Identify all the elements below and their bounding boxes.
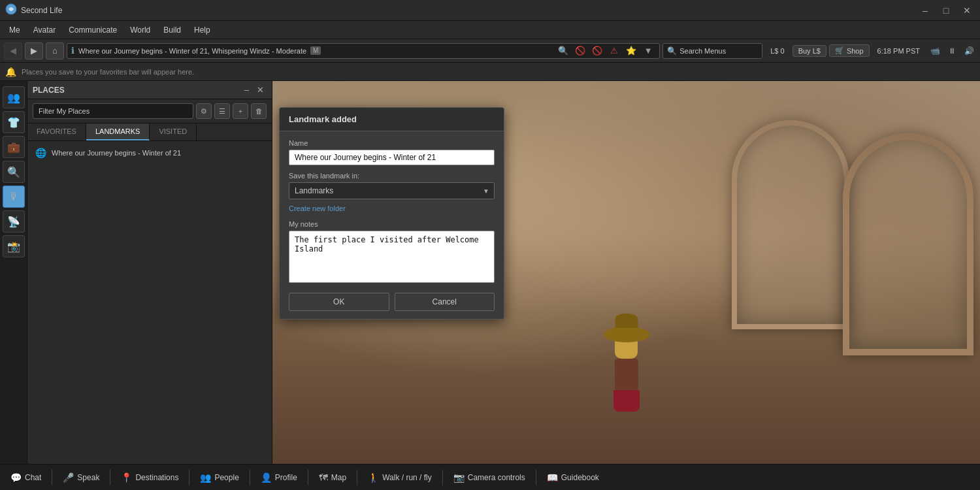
guidebook-button[interactable]: 📖 Guidebook bbox=[539, 469, 607, 486]
profile-button[interactable]: 👤 Profile bbox=[253, 469, 305, 486]
taskbar-divider-3 bbox=[189, 470, 189, 485]
menu-communicate[interactable]: Communicate bbox=[62, 23, 123, 37]
info-icon: ℹ bbox=[71, 46, 74, 56]
notes-textarea[interactable]: The first place I visited after Welcome … bbox=[289, 231, 495, 283]
avatar-iconbar-btn[interactable]: 👕 bbox=[3, 111, 25, 133]
places-panel-header: PLACES – ✕ bbox=[27, 81, 272, 99]
parcel-icon1[interactable]: 🔍 bbox=[556, 44, 570, 58]
speak-label: Speak bbox=[77, 473, 99, 482]
notes-label: My notes bbox=[289, 220, 495, 228]
dropdown-icon[interactable]: ▼ bbox=[641, 44, 655, 58]
location-badge: M bbox=[310, 46, 321, 55]
parcel-icon3[interactable]: 🚫 bbox=[590, 44, 604, 58]
guidebook-label: Guidebook bbox=[561, 473, 599, 482]
map-label: Map bbox=[331, 473, 346, 482]
list-item[interactable]: 🌐 Where our Journey begins - Winter of 2… bbox=[27, 144, 272, 162]
landmark-name-input[interactable] bbox=[289, 150, 495, 165]
speak-icon: 🎤 bbox=[63, 472, 74, 483]
location-icons: 🔍 🚫 🚫 ⚠ ⭐ ▼ bbox=[556, 44, 655, 58]
menu-world[interactable]: World bbox=[123, 23, 157, 37]
favorites-bar-text: Places you save to your favorites bar wi… bbox=[22, 68, 194, 76]
shop-button[interactable]: 🛒 Shop bbox=[829, 44, 870, 57]
walk-button[interactable]: 🚶 Walk / run / fly bbox=[360, 469, 440, 486]
player-character bbox=[607, 320, 646, 412]
cancel-button[interactable]: Cancel bbox=[395, 293, 495, 311]
menu-build[interactable]: Build bbox=[157, 23, 188, 37]
title-bar: Second Life – □ ✕ bbox=[0, 0, 980, 21]
menu-me[interactable]: Me bbox=[3, 23, 27, 37]
parcel-icon2[interactable]: 🚫 bbox=[573, 44, 587, 58]
buy-lindens-button[interactable]: Buy L$ bbox=[792, 45, 826, 57]
create-folder-link[interactable]: Create new folder bbox=[289, 204, 495, 212]
record-button[interactable]: 📹 bbox=[928, 44, 942, 58]
menu-bar: Me Avatar Communicate World Build Help bbox=[0, 21, 980, 39]
places-header-buttons: – ✕ bbox=[242, 84, 267, 96]
back-button[interactable]: ◀ bbox=[4, 42, 22, 59]
stone-arch-left bbox=[732, 120, 849, 329]
parcel-icon4[interactable]: ⚠ bbox=[607, 44, 621, 58]
close-button[interactable]: ✕ bbox=[959, 3, 975, 18]
inventory-iconbar-btn[interactable]: 💼 bbox=[3, 136, 25, 158]
filter-settings-btn[interactable]: ⚙ bbox=[196, 103, 212, 119]
profile-label: Profile bbox=[275, 473, 297, 482]
game-world: Landmark added Name Save this landmark i… bbox=[272, 81, 980, 464]
menu-avatar[interactable]: Avatar bbox=[27, 23, 62, 37]
bookmark-icon[interactable]: ⭐ bbox=[624, 44, 638, 58]
search-iconbar-btn[interactable]: 🔍 bbox=[3, 161, 25, 183]
radar-iconbar-btn[interactable]: 📡 bbox=[3, 210, 25, 233]
toolbar: ◀ ▶ ⌂ ℹ Where our Journey begins - Winte… bbox=[0, 39, 980, 63]
tab-visited[interactable]: VISITED bbox=[150, 123, 197, 140]
places-minimize-btn[interactable]: – bbox=[242, 84, 252, 96]
guidebook-icon: 📖 bbox=[547, 472, 558, 483]
location-bar: ℹ Where our Journey begins - Winter of 2… bbox=[67, 43, 660, 59]
destinations-label: Destinations bbox=[135, 473, 178, 482]
map-button[interactable]: 🗺 Map bbox=[311, 469, 354, 486]
char-hat bbox=[604, 327, 649, 342]
volume-button[interactable]: 🔊 bbox=[962, 44, 976, 58]
destinations-icon: 📍 bbox=[121, 472, 132, 483]
voice-iconbar-btn[interactable]: 🎙 bbox=[3, 186, 25, 208]
media-controls: 📹 ⏸ 🔊 bbox=[928, 44, 976, 58]
landmark-dialog-body: Name Save this landmark in: Landmarks ▼ … bbox=[280, 131, 504, 319]
map-icon: 🗺 bbox=[319, 472, 328, 483]
save-folder-select[interactable]: Landmarks bbox=[289, 182, 495, 199]
people-label: People bbox=[214, 473, 238, 482]
home-button[interactable]: ⌂ bbox=[46, 42, 64, 59]
landmark-dialog-title: Landmark added bbox=[280, 108, 504, 131]
tab-favorites[interactable]: FAVORITES bbox=[27, 123, 86, 140]
save-folder-wrap: Landmarks ▼ bbox=[289, 182, 495, 199]
speak-button[interactable]: 🎤 Speak bbox=[55, 469, 107, 486]
main-content: 👥 👕 💼 🔍 🎙 📡 📸 PLACES – ✕ ⚙ ☰ + 🗑 FAVORIT… bbox=[0, 81, 980, 464]
stone-arch-right bbox=[843, 133, 973, 355]
people-taskbar-icon: 👥 bbox=[200, 472, 211, 483]
walk-icon: 🚶 bbox=[368, 472, 379, 483]
chat-label: Chat bbox=[25, 473, 41, 482]
taskbar-divider-2 bbox=[110, 470, 110, 485]
name-label: Name bbox=[289, 139, 495, 147]
app-icon bbox=[5, 3, 17, 17]
chat-icon: 💬 bbox=[10, 472, 22, 483]
snapshot-iconbar-btn[interactable]: 📸 bbox=[3, 235, 25, 257]
places-filter-input[interactable] bbox=[33, 103, 193, 119]
maximize-button[interactable]: □ bbox=[938, 3, 954, 18]
destinations-button[interactable]: 📍 Destinations bbox=[113, 469, 186, 486]
filter-list-btn[interactable]: ☰ bbox=[214, 103, 230, 119]
menu-help[interactable]: Help bbox=[188, 23, 217, 37]
tab-landmarks[interactable]: LANDMARKS bbox=[86, 123, 150, 140]
people-iconbar-btn[interactable]: 👥 bbox=[3, 86, 25, 108]
walk-label: Walk / run / fly bbox=[382, 473, 432, 482]
ok-button[interactable]: OK bbox=[289, 293, 389, 311]
forward-button[interactable]: ▶ bbox=[25, 42, 43, 59]
people-button[interactable]: 👥 People bbox=[192, 469, 246, 486]
filter-add-btn[interactable]: + bbox=[233, 103, 248, 119]
camera-label: Camera controls bbox=[468, 473, 525, 482]
minimize-button[interactable]: – bbox=[917, 3, 933, 18]
filter-delete-btn[interactable]: 🗑 bbox=[251, 103, 267, 119]
places-item-icon: 🌐 bbox=[35, 148, 46, 158]
places-panel: PLACES – ✕ ⚙ ☰ + 🗑 FAVORITES LANDMARKS V… bbox=[27, 81, 272, 464]
places-close-btn[interactable]: ✕ bbox=[254, 84, 267, 96]
camera-button[interactable]: 📷 Camera controls bbox=[446, 469, 533, 486]
pause-button[interactable]: ⏸ bbox=[945, 44, 959, 58]
search-input[interactable] bbox=[679, 47, 758, 55]
chat-button[interactable]: 💬 Chat bbox=[3, 469, 49, 486]
